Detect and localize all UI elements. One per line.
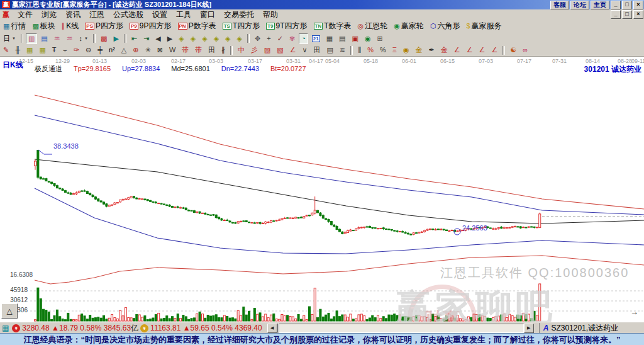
menu-文件[interactable]: 文件 (13, 10, 37, 19)
minimize-button[interactable]: _ (611, 1, 621, 9)
levels-tool[interactable]: Ξ (390, 45, 399, 55)
kline-chart[interactable]: ∥K线 (59, 20, 82, 33)
9p-square[interactable]: P99P四方形 (127, 20, 174, 33)
calendar-21[interactable]: 21 (309, 34, 323, 43)
gann-wheel[interactable]: ◎江恩轮 (355, 20, 391, 33)
zoom-diamond-2[interactable]: ◈ (188, 33, 198, 44)
period-day-dropdown[interactable]: 日▼ (1, 33, 18, 44)
winner-service[interactable]: $赢家服务 (464, 20, 504, 33)
scrollbar-thumb[interactable] (278, 324, 279, 334)
t-square[interactable]: TST四方形 (220, 20, 263, 33)
last-page[interactable]: ⇥ (141, 33, 152, 44)
golden-circle[interactable]: ◉ (401, 45, 412, 55)
close-button[interactable]: × (633, 1, 643, 9)
fan-rays[interactable]: 彡 (248, 45, 260, 55)
ink-tool[interactable]: ✒ (426, 45, 437, 55)
gann-time-lines[interactable]: ╫ (13, 45, 23, 55)
menu-交易委托[interactable]: 交易委托 (219, 10, 258, 19)
gann-circle[interactable]: ⊕ (130, 45, 141, 55)
yin-yang[interactable]: ☯ (508, 45, 519, 55)
circle-tool[interactable]: ⊖ (83, 45, 94, 55)
star-tool[interactable]: ✳ (143, 45, 153, 55)
draw-pen[interactable]: ✎ (1, 45, 11, 55)
band-tool-2[interactable]: 带 (192, 45, 204, 55)
pan-hand[interactable]: ✥ (252, 33, 263, 44)
wave-marker[interactable]: W (167, 45, 178, 55)
playback[interactable]: ▶ (111, 33, 121, 44)
menu-资讯[interactable]: 资讯 (61, 10, 85, 19)
trend-pen[interactable]: ✑ (71, 45, 82, 55)
zoom-diamond-3[interactable]: ◈ (199, 33, 209, 44)
box-diagonal[interactable]: ⊠ (155, 45, 165, 55)
kline-style[interactable]: ▥ (26, 33, 37, 44)
menu-工具[interactable]: 工具 (172, 10, 196, 19)
calculator[interactable]: ▦ (324, 33, 335, 44)
band-tool-1[interactable]: 带 (179, 45, 191, 55)
info-panel[interactable]: ▤ (38, 33, 50, 44)
t-marks[interactable]: Ŧ (50, 45, 59, 55)
scroll-right-icon[interactable]: → (630, 307, 638, 317)
save-chart[interactable]: ▣ (350, 33, 361, 44)
menu-江恩[interactable]: 江恩 (85, 10, 109, 19)
network[interactable]: ◉ (362, 33, 374, 44)
angle-line-2[interactable]: ∠ (464, 45, 475, 55)
infinity-tool[interactable]: ∞ (520, 45, 530, 55)
shaded-box-2[interactable]: ▧ (274, 45, 286, 55)
percent-flag[interactable]: % (365, 45, 376, 55)
winner-wheel[interactable]: ◉赢家轮 (391, 20, 426, 33)
child-minimize-button[interactable]: _ (611, 10, 621, 19)
menu-浏览[interactable]: 浏览 (37, 10, 61, 19)
angle-line-1[interactable]: ∠ (452, 45, 463, 55)
scrollbar-track[interactable] (277, 324, 524, 333)
quote-scrollbar[interactable]: ◀ ▶ (267, 324, 534, 333)
t-number-table[interactable]: TNT数字表 (311, 20, 354, 33)
golden-section[interactable]: 金 (413, 45, 425, 55)
titlebar-link-3[interactable]: 主页 (591, 1, 609, 9)
zoom-diamond-6[interactable]: ◈ (235, 33, 245, 44)
sectors[interactable]: ▩板块 (30, 20, 57, 33)
angle-line-3[interactable]: ∠ (477, 45, 488, 55)
percent[interactable]: % (377, 45, 389, 55)
child-restore-button[interactable]: □ (622, 10, 632, 19)
hexagon[interactable]: ⬡六角形 (428, 20, 463, 33)
crosshair[interactable]: + (264, 33, 273, 44)
zoom-diamond-1[interactable]: ◈ (176, 33, 186, 44)
next-bar[interactable]: ▶ (165, 33, 175, 44)
p-square[interactable]: PSP四方形 (82, 20, 126, 33)
parallel-lines[interactable]: ∦ (219, 45, 228, 55)
level-gold[interactable]: 金 (438, 45, 450, 55)
grid-box[interactable]: 田 (206, 45, 218, 55)
time-grid[interactable]: ▦ (36, 45, 48, 55)
menu-设置[interactable]: 设置 (148, 10, 172, 19)
export-tool[interactable]: ⊞ (375, 33, 386, 44)
first-page[interactable]: ⇤ (129, 33, 140, 44)
9t-square[interactable]: T99T四方形 (264, 20, 309, 33)
child-close-button[interactable]: × (633, 10, 643, 19)
titlebar-link-1[interactable]: 客服 (550, 1, 569, 9)
sub-chart-3[interactable]: ♒ (52, 33, 63, 44)
overlay-chart[interactable]: ▩ (98, 33, 109, 44)
restore-button[interactable]: □ (622, 1, 632, 9)
angle-tool[interactable]: ∠ (287, 45, 299, 55)
bars-tool[interactable]: ⫼ (355, 45, 364, 55)
sub-chart-9[interactable]: ♒ (64, 33, 75, 44)
ruler-box[interactable]: ▤ (325, 45, 336, 55)
grid-tool-2[interactable]: 田 (311, 45, 323, 55)
check-tool[interactable]: ∨ (300, 45, 310, 55)
waves-tool[interactable]: ≋ (337, 45, 348, 55)
menu-窗口[interactable]: 窗口 (196, 10, 219, 19)
notes[interactable]: ▤ (336, 33, 348, 44)
corner-expand-button[interactable]: △ (1, 303, 18, 319)
gann-hand[interactable]: ✾ (287, 33, 297, 44)
menu-公式选股[interactable]: 公式选股 (109, 10, 148, 19)
menu-帮助[interactable]: 帮助 (258, 10, 282, 19)
scroll-left-button[interactable]: ◀ (267, 324, 277, 333)
angle-line-4[interactable]: ∠ (489, 45, 500, 55)
chart-area[interactable]: 江恩工具软件 QQ:100800360 财赢 赢家聊吧 日K线 301201 诚… (0, 56, 644, 322)
triangle-tool[interactable]: △ (119, 45, 129, 55)
price-grid[interactable]: ▦ (24, 45, 35, 55)
grid-lines[interactable]: ╪ (95, 45, 105, 55)
arc-tool[interactable]: ⌣ (60, 45, 70, 55)
shaded-box-1[interactable]: ▨ (262, 45, 273, 55)
scroll-right-button[interactable]: ▶ (524, 324, 534, 333)
